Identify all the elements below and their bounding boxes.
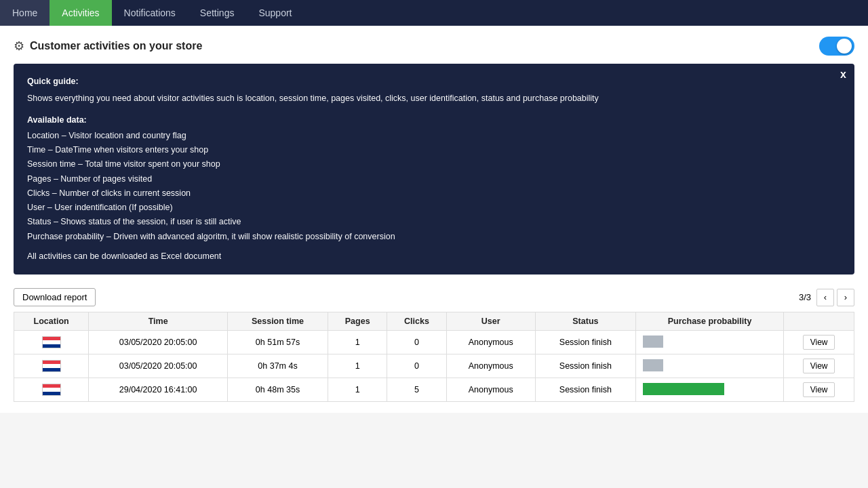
cell-status: Session finish [535,354,635,378]
nav-item-notifications[interactable]: Notifications [112,0,188,26]
activities-table: Location Time Session time Pages Clicks … [14,312,854,402]
quick-guide-available-title: Available data: [27,113,841,127]
page-header: ⚙ Customer activities on your store [14,37,854,56]
guide-item: Time – DateTime when visitors enters you… [27,143,841,157]
col-pages: Pages [328,312,387,331]
cell-time: 29/04/2020 16:41:00 [89,378,228,402]
col-location: Location [14,312,89,331]
nav-item-settings[interactable]: Settings [188,0,247,26]
cell-status: Session finish [535,331,635,354]
guide-item: Session time – Total time visitor spent … [27,157,841,171]
prev-page-button[interactable]: ‹ [816,289,834,306]
view-button[interactable]: View [803,359,835,373]
probability-bar [643,336,663,348]
quick-guide-box: x Quick guide: Shows everything you need… [14,64,854,274]
cell-user: Anonymous [446,354,535,378]
view-button[interactable]: View [803,335,835,350]
cell-location [14,378,89,402]
nav-item-support[interactable]: Support [246,0,304,26]
cell-location [14,354,89,378]
cell-time: 03/05/2020 20:05:00 [89,331,228,354]
cell-pages: 1 [328,378,387,402]
cell-session-time: 0h 51m 57s [228,331,328,354]
guide-item: Purchase probability – Driven with advan… [27,230,841,244]
page-info: 3/3 [799,292,811,302]
guide-item: Pages – Number of pages visited [27,172,841,186]
table-row: 03/05/2020 20:05:000h 37m 4s10AnonymousS… [14,354,854,378]
pagination: 3/3 ‹ › [799,289,854,306]
guide-item: Location – Visitor location and country … [27,129,841,143]
page-header-left: ⚙ Customer activities on your store [14,39,202,54]
cell-location [14,331,89,354]
cell-session-time: 0h 37m 4s [228,354,328,378]
page-title: Customer activities on your store [30,40,202,52]
cell-view: View [784,331,854,354]
col-session-time: Session time [228,312,328,331]
cell-clicks: 0 [387,331,446,354]
col-purchase-probability: Purchase probability [635,312,783,331]
col-status: Status [535,312,635,331]
guide-item: User – User indentification (If possible… [27,201,841,215]
cell-clicks: 5 [387,378,446,402]
quick-guide-footer: All activities can be downloaded as Exce… [27,249,841,264]
flag-icon [42,384,61,396]
nav-item-activities[interactable]: Activities [50,0,111,26]
cell-purchase-probability [635,378,783,402]
cell-pages: 1 [328,331,387,354]
toolbar: Download report 3/3 ‹ › [14,288,854,306]
guide-item: Status – Shows status of the session, if… [27,215,841,229]
cell-user: Anonymous [446,331,535,354]
toggle-switch[interactable] [819,37,854,56]
cell-purchase-probability [635,354,783,378]
table-header-row: Location Time Session time Pages Clicks … [14,312,854,331]
cell-view: View [784,354,854,378]
quick-guide-title: Quick guide: [27,75,841,89]
guide-item: Clicks – Number of clicks in current ses… [27,186,841,201]
quick-guide-items: Location – Visitor location and country … [27,129,841,244]
probability-bar [643,359,663,371]
col-time: Time [89,312,228,331]
cell-clicks: 0 [387,354,446,378]
view-button[interactable]: View [803,382,835,397]
quick-guide-intro: Shows everything you need about visitor … [27,92,841,106]
download-button[interactable]: Download report [14,288,96,306]
table-row: 29/04/2020 16:41:000h 48m 35s15Anonymous… [14,378,854,402]
cell-user: Anonymous [446,378,535,402]
page-content: ⚙ Customer activities on your store x Qu… [0,26,868,413]
nav-item-home[interactable]: Home [0,0,50,26]
table-row: 03/05/2020 20:05:000h 51m 57s10Anonymous… [14,331,854,354]
col-clicks: Clicks [387,312,446,331]
close-button[interactable]: x [840,69,846,80]
cell-pages: 1 [328,354,387,378]
col-actions [784,312,854,331]
next-page-button[interactable]: › [837,289,854,306]
cell-status: Session finish [535,378,635,402]
flag-icon [42,360,61,372]
flag-icon [42,336,61,348]
col-user: User [446,312,535,331]
cell-purchase-probability [635,331,783,354]
cell-time: 03/05/2020 20:05:00 [89,354,228,378]
probability-bar [643,383,724,395]
cell-session-time: 0h 48m 35s [228,378,328,402]
gear-icon: ⚙ [14,39,24,54]
main-nav: Home Activities Notifications Settings S… [0,0,868,26]
cell-view: View [784,378,854,402]
